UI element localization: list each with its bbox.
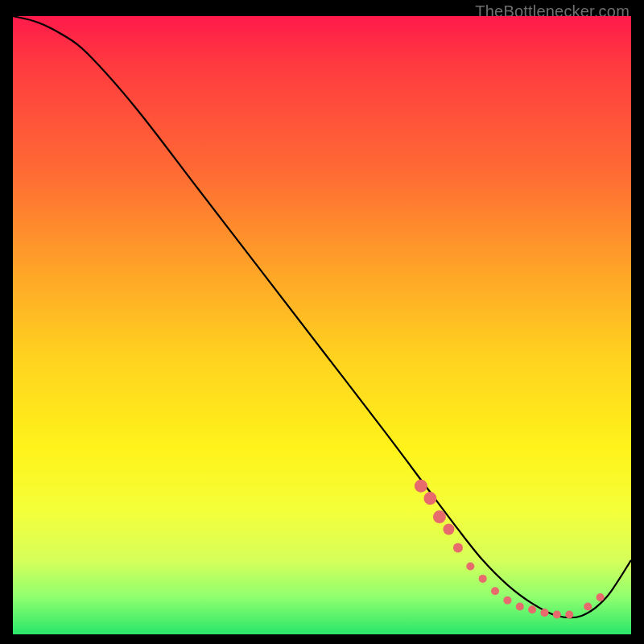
marker-point: [433, 510, 446, 523]
marker-point: [540, 609, 548, 617]
marker-point: [443, 523, 454, 535]
marker-point: [423, 492, 436, 505]
marker-point: [584, 602, 592, 610]
marker-point: [565, 610, 573, 618]
marker-point: [597, 593, 605, 601]
marker-point: [528, 605, 536, 613]
curve-layer: [13, 16, 631, 634]
chart-stage: TheBottlenecker.com: [0, 0, 644, 644]
marker-point: [553, 610, 561, 618]
marker-point: [453, 543, 463, 552]
marker-point: [503, 597, 511, 605]
marker-point: [479, 575, 487, 583]
marker-point: [466, 563, 474, 571]
plot-area: [13, 16, 631, 634]
highlight-markers: [415, 480, 605, 619]
marker-point: [415, 480, 427, 493]
bottleneck-curve: [13, 16, 631, 617]
marker-point: [491, 587, 499, 595]
marker-point: [516, 602, 524, 610]
